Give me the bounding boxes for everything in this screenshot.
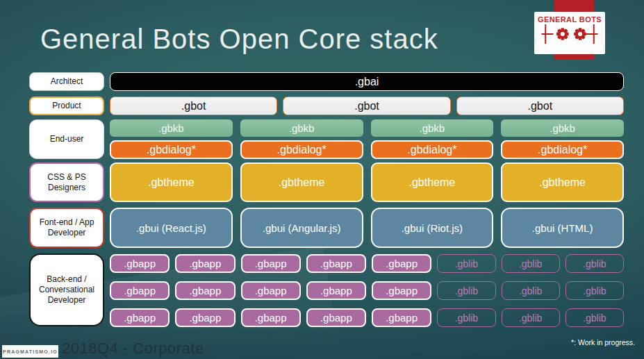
- row-gbot: .gbot .gbot .gbot: [110, 97, 624, 115]
- row-gbai: .gbai: [110, 72, 624, 91]
- slide-title: General Bots Open Core stack: [40, 24, 438, 55]
- gblib-box: .gblib: [437, 281, 495, 300]
- gbapp-box: .gbapp: [372, 254, 431, 273]
- gbapp-box: .gbapp: [241, 254, 301, 273]
- gbapp-box: .gbapp: [175, 281, 235, 300]
- gblib-box: .gblib: [502, 281, 560, 300]
- gbkb-box: .gbkb: [110, 119, 233, 137]
- row-gbui: .gbui (React.js) .gbui (Angular.js) .gbu…: [110, 208, 624, 248]
- gbot-box: .gbot: [283, 97, 450, 115]
- gbapp-box: .gbapp: [372, 308, 431, 327]
- footer-date-text: 2018Q4 - Corporate: [62, 340, 204, 358]
- row-gbdialog: .gbdialog* .gbdialog* .gbdialog* .gbdial…: [110, 140, 624, 159]
- role-label-end-user: End-user: [29, 119, 104, 159]
- gbkb-box: .gbkb: [501, 119, 624, 137]
- row-gbapp-3: .gbapp .gbapp .gbapp .gbapp .gbapp .gbli…: [110, 308, 624, 327]
- gbot-box: .gbot: [110, 97, 277, 115]
- role-label-front-end-app-developer: Font-end / App Developer: [29, 208, 104, 248]
- gbapp-box: .gbapp: [110, 308, 170, 327]
- row-gbtheme: .gbtheme .gbtheme .gbtheme .gbtheme: [110, 162, 624, 202]
- gbui-angular-box: .gbui (Angular.js): [240, 208, 363, 248]
- general-bots-logo: GENERAL BOTS: [534, 12, 605, 54]
- gbkb-box: .gbkb: [371, 119, 494, 137]
- gbtheme-box: .gbtheme: [501, 162, 624, 202]
- gbapp-box: .gbapp: [175, 308, 235, 327]
- gbdialog-box: .gbdialog*: [371, 140, 494, 159]
- gbui-react-box: .gbui (React.js): [110, 208, 233, 248]
- gbdialog-box: .gbdialog*: [110, 140, 233, 159]
- gblib-box: .gblib: [502, 308, 560, 327]
- gbot-box: .gbot: [456, 97, 624, 115]
- gbai-box: .gbai: [110, 72, 624, 91]
- gears-icon: [541, 24, 598, 44]
- gbapp-box: .gbapp: [306, 281, 366, 300]
- pragmatismo-logo: PRAGMATISMO.IO: [2, 345, 58, 358]
- role-label-product: Product: [29, 97, 104, 115]
- gbdialog-box: .gbdialog*: [501, 140, 624, 159]
- gbdialog-box: .gbdialog*: [240, 140, 363, 159]
- logo-brand-text: GENERAL BOTS: [538, 15, 602, 24]
- gbui-html-box: .gbui (HTML): [501, 208, 624, 248]
- gblib-box: .gblib: [565, 254, 624, 273]
- gbui-riot-box: .gbui (Riot.js): [371, 208, 494, 248]
- gblib-box: .gblib: [502, 254, 560, 273]
- gbapp-box: .gbapp: [110, 281, 170, 300]
- gbapp-box: .gbapp: [110, 254, 170, 273]
- work-in-progress-footnote: *: Work in progress.: [571, 338, 635, 347]
- gbapp-box: .gbapp: [306, 308, 366, 327]
- gblib-box: .gblib: [565, 308, 624, 327]
- gbapp-box: .gbapp: [372, 281, 431, 300]
- gblib-box: .gblib: [437, 254, 495, 273]
- gbapp-box: .gbapp: [306, 254, 366, 273]
- gbapp-box: .gbapp: [175, 254, 235, 273]
- role-label-back-end-conversational-developer: Back-end / Conversational Developer: [29, 253, 104, 326]
- row-gbkb: .gbkb .gbkb .gbkb .gbkb: [110, 119, 624, 137]
- slide: General Bots Open Core stack GENERAL BOT…: [0, 0, 644, 359]
- gbtheme-box: .gbtheme: [240, 162, 363, 202]
- row-gbapp-2: .gbapp .gbapp .gbapp .gbapp .gbapp .gbli…: [110, 281, 624, 300]
- gbtheme-box: .gbtheme: [110, 162, 233, 202]
- gbkb-box: .gbkb: [240, 119, 363, 137]
- role-label-css-ps-designers: CSS & PS Designers: [29, 162, 104, 202]
- gblib-box: .gblib: [437, 308, 495, 327]
- gblib-box: .gblib: [565, 281, 624, 300]
- gbapp-box: .gbapp: [241, 281, 301, 300]
- gbapp-box: .gbapp: [241, 308, 301, 327]
- row-gbapp-1: .gbapp .gbapp .gbapp .gbapp .gbapp .gbli…: [110, 254, 624, 273]
- gbtheme-box: .gbtheme: [371, 162, 494, 202]
- role-label-architect: Architect: [29, 72, 104, 91]
